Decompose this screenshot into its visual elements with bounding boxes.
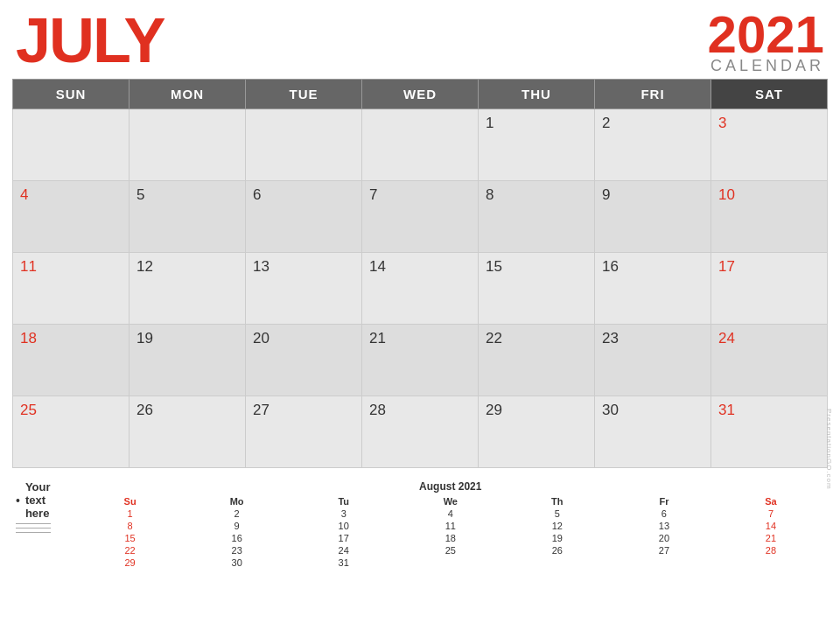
mini-cal-body: 1234567891011121314151617181920212223242… <box>77 508 824 569</box>
calendar-table: SUNMONTUEWEDTHUFRISAT 123456789101112131… <box>12 79 828 468</box>
mini-cal-day: - <box>504 556 611 569</box>
calendar-wrapper: SUNMONTUEWEDTHUFRISAT 123456789101112131… <box>0 79 840 468</box>
year-block: 2021 CALENDAR <box>708 9 824 74</box>
mini-cal-day: 15 <box>77 532 184 544</box>
calendar-day-cell: 13 <box>246 253 362 325</box>
mini-cal-day: 23 <box>184 544 290 556</box>
day-header-thu: THU <box>479 80 595 109</box>
mini-cal-day-header: We <box>397 495 504 508</box>
year-number: 2021 <box>708 9 824 61</box>
calendar-day-cell: 14 <box>362 253 479 325</box>
mini-cal-week-row: 15161718192021 <box>77 532 824 544</box>
calendar-day-cell: 3 <box>711 109 828 181</box>
calendar-header: JULY 2021 CALENDAR <box>0 0 840 79</box>
note-line-2 <box>16 528 51 528</box>
calendar-day-cell: 16 <box>595 253 711 325</box>
calendar-day-cell: 24 <box>711 325 828 396</box>
mini-cal-day: 30 <box>184 556 290 569</box>
calendar-day-cell <box>362 109 479 181</box>
mini-cal-day: 18 <box>397 532 504 544</box>
mini-cal-day: 9 <box>184 520 290 532</box>
mini-cal-day: 28 <box>718 544 824 556</box>
bottom-section: • Your text here August 2021 SuMoTuWeThF… <box>0 472 840 569</box>
mini-cal-day: 5 <box>504 508 611 520</box>
mini-cal-day: 3 <box>290 508 397 520</box>
calendar-day-cell: 19 <box>130 325 246 396</box>
mini-cal-day: 25 <box>397 544 504 556</box>
mini-cal-title: August 2021 <box>77 480 824 493</box>
mini-cal-day: - <box>718 556 824 569</box>
mini-cal-table: SuMoTuWeThFrSa 1234567891011121314151617… <box>77 495 824 569</box>
mini-cal-day: 24 <box>290 544 397 556</box>
calendar-body: 1234567891011121314151617181920212223242… <box>13 109 828 468</box>
mini-calendar: August 2021 SuMoTuWeThFrSa 1234567891011… <box>77 480 824 569</box>
mini-cal-day: 17 <box>290 532 397 544</box>
mini-cal-day-header: Th <box>504 495 611 508</box>
calendar-day-cell: 29 <box>479 396 595 468</box>
mini-cal-day: 1 <box>77 508 184 520</box>
month-title: JULY <box>16 9 164 72</box>
calendar-day-cell: 26 <box>130 396 246 468</box>
mini-cal-day-header: Su <box>77 495 184 508</box>
calendar-week-row: 11121314151617 <box>13 253 828 325</box>
calendar-header-row: SUNMONTUEWEDTHUFRISAT <box>13 80 828 109</box>
watermark: PresentationGO.com <box>825 409 833 490</box>
mini-cal-week-row: 293031---- <box>77 556 824 569</box>
calendar-day-cell: 8 <box>479 181 595 253</box>
mini-cal-day-header: Fr <box>611 495 718 508</box>
calendar-day-cell: 10 <box>711 181 828 253</box>
mini-cal-day: 19 <box>504 532 611 544</box>
calendar-week-row: 123 <box>13 109 828 181</box>
mini-cal-day: - <box>397 556 504 569</box>
mini-cal-day-header: Mo <box>184 495 290 508</box>
mini-cal-day: 12 <box>504 520 611 532</box>
day-header-wed: WED <box>362 80 479 109</box>
mini-cal-week-row: 1234567 <box>77 508 824 520</box>
mini-cal-day: 6 <box>611 508 718 520</box>
day-header-tue: TUE <box>246 80 362 109</box>
mini-cal-day-header: Sa <box>718 495 824 508</box>
notes-area: • Your text here <box>16 480 77 536</box>
mini-cal-day: 16 <box>184 532 290 544</box>
calendar-day-cell <box>246 109 362 181</box>
mini-cal-day: 26 <box>504 544 611 556</box>
calendar-week-row: 18192021222324 <box>13 325 828 396</box>
mini-cal-day: 20 <box>611 532 718 544</box>
calendar-day-cell: 21 <box>362 325 479 396</box>
mini-cal-day-header: Tu <box>290 495 397 508</box>
day-header-fri: FRI <box>595 80 711 109</box>
mini-cal-header: SuMoTuWeThFrSa <box>77 495 824 508</box>
calendar-day-cell: 12 <box>130 253 246 325</box>
note-line-1 <box>16 523 51 524</box>
calendar-day-cell: 15 <box>479 253 595 325</box>
mini-cal-day: 4 <box>397 508 504 520</box>
calendar-day-cell: 31 <box>711 396 828 468</box>
mini-cal-day: 13 <box>611 520 718 532</box>
mini-cal-day: 22 <box>77 544 184 556</box>
calendar-day-cell: 9 <box>595 181 711 253</box>
note-line-3 <box>16 532 51 533</box>
calendar-day-cell: 6 <box>246 181 362 253</box>
calendar-week-row: 25262728293031 <box>13 396 828 468</box>
calendar-day-cell: 11 <box>13 253 130 325</box>
note-text: Your text here <box>25 480 51 520</box>
calendar-day-cell: 27 <box>246 396 362 468</box>
mini-cal-day: 14 <box>718 520 824 532</box>
calendar-day-cell <box>130 109 246 181</box>
mini-cal-day: 7 <box>718 508 824 520</box>
day-header-mon: MON <box>130 80 246 109</box>
calendar-week-row: 45678910 <box>13 181 828 253</box>
calendar-day-cell <box>13 109 130 181</box>
note-item: • Your text here <box>16 480 51 520</box>
calendar-day-cell: 30 <box>595 396 711 468</box>
mini-cal-day: 2 <box>184 508 290 520</box>
calendar-day-cell: 18 <box>13 325 130 396</box>
day-header-sat: SAT <box>711 80 828 109</box>
mini-cal-week-row: 22232425262728 <box>77 544 824 556</box>
day-header-sun: SUN <box>13 80 130 109</box>
calendar-day-cell: 7 <box>362 181 479 253</box>
calendar-day-cell: 4 <box>13 181 130 253</box>
mini-cal-week-row: 891011121314 <box>77 520 824 532</box>
mini-cal-day: - <box>611 556 718 569</box>
calendar-day-cell: 25 <box>13 396 130 468</box>
